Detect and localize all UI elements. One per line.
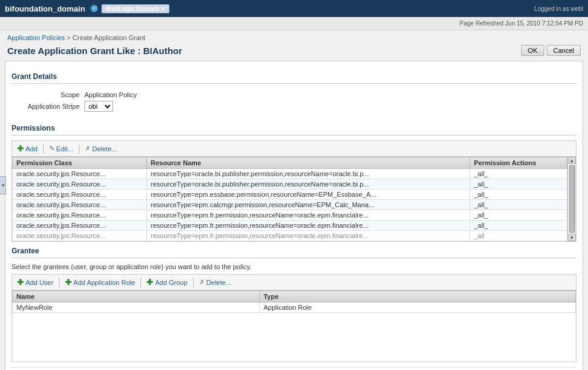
delete-permission-button[interactable]: ✗ Delete... xyxy=(83,144,120,153)
delete-grantee-button[interactable]: ✗ Delete... xyxy=(197,278,234,287)
permission-class-cell: oracle.security.jps.Resource... xyxy=(13,221,147,231)
permission-actions-cell: _all_ xyxy=(470,190,567,200)
scrollbar-up-arrow[interactable]: ▲ xyxy=(569,157,576,164)
col-name: Name xyxy=(13,291,260,303)
permission-class-cell: oracle.security.jps.Resource... xyxy=(13,231,147,241)
permissions-table-row[interactable]: oracle.security.jps.Resource... resource… xyxy=(13,231,567,241)
grantee-name-cell: MyNewRole xyxy=(13,303,260,313)
add-group-label: Add Group xyxy=(155,279,187,286)
permissions-table: Permission Class Resource Name Permissio… xyxy=(12,157,567,241)
permission-class-cell: oracle.security.jps.Resource... xyxy=(13,179,147,190)
page-title-row: Create Application Grant Like : BIAuthor… xyxy=(0,43,588,61)
resource-name-cell: resourceType=oracle.bi.publisher.permiss… xyxy=(147,179,470,190)
add-permission-plus-icon: ✚ xyxy=(17,144,24,153)
weblogic-domain-menu[interactable]: WebLogic Domain ▼ xyxy=(101,4,169,13)
add-role-label: Add Application Role xyxy=(74,279,135,286)
toolbar-sep-1 xyxy=(43,144,44,154)
delete-permission-x-icon: ✗ xyxy=(85,145,91,152)
permissions-table-row[interactable]: oracle.security.jps.Resource... resource… xyxy=(13,210,567,221)
col-resource-name: Resource Name xyxy=(147,157,470,169)
edit-permission-button[interactable]: ✎ Edit... xyxy=(47,144,76,153)
header-bar: bifoundation_domain i WebLogic Domain ▼ … xyxy=(0,0,588,17)
permission-class-cell: oracle.security.jps.Resource... xyxy=(13,210,147,221)
permissions-table-row[interactable]: oracle.security.jps.Resource... resource… xyxy=(13,190,567,200)
resource-name-cell: resourceType=oracle.bi.publisher.permiss… xyxy=(147,169,470,179)
permissions-table-wrapper: Permission Class Resource Name Permissio… xyxy=(12,156,576,242)
permissions-table-body: oracle.security.jps.Resource... resource… xyxy=(13,169,567,241)
permissions-toolbar: ✚ Add ✎ Edit... ✗ Delete... xyxy=(12,140,576,156)
breadcrumb-parent-link[interactable]: Application Policies xyxy=(7,34,65,41)
add-permission-label: Add xyxy=(26,145,38,152)
add-application-role-button[interactable]: ✚ Add Application Role xyxy=(63,277,138,287)
permissions-scrollbar[interactable]: ▲ ▼ xyxy=(567,157,576,241)
stripe-label: Application Stripe xyxy=(12,103,84,110)
scrollbar-down-arrow[interactable]: ▼ xyxy=(569,234,576,241)
resource-name-cell: resourceType=epm.fr.permission,resourceN… xyxy=(147,210,470,221)
resource-name-cell: resourceType=epm.calcmgr.permission,reso… xyxy=(147,200,470,210)
grantee-empty-area xyxy=(12,313,576,361)
weblogic-dropdown-arrow: ▼ xyxy=(160,6,165,12)
grantee-section: Grantee Select the grantees (user, group… xyxy=(12,247,576,362)
grantee-description: Select the grantees (user, group or appl… xyxy=(12,263,576,270)
add-group-plus-icon: ✚ xyxy=(146,278,153,287)
cancel-button[interactable]: Cancel xyxy=(547,45,581,56)
expand-arrow: ◄ xyxy=(1,182,5,188)
permission-actions-cell: _all_ xyxy=(470,221,567,231)
permissions-table-row[interactable]: oracle.security.jps.Resource... resource… xyxy=(13,179,567,190)
ok-button[interactable]: OK xyxy=(521,45,544,56)
logged-in-text: Logged in as webl xyxy=(534,5,583,12)
permission-class-cell: oracle.security.jps.Resource... xyxy=(13,200,147,210)
grantee-table-header-row: Name Type xyxy=(13,291,576,303)
permission-actions-cell: _all_ xyxy=(470,179,567,190)
refresh-text: Page Refreshed Jun 15, 2010 7:12:54 PM P… xyxy=(460,20,583,27)
permission-class-cell: oracle.security.jps.Resource... xyxy=(13,169,147,179)
permissions-table-row[interactable]: oracle.security.jps.Resource... resource… xyxy=(13,221,567,231)
grantee-sep-3 xyxy=(193,278,194,287)
add-user-plus-icon: ✚ xyxy=(17,278,24,287)
grantee-table: Name Type MyNewRole Application Role xyxy=(12,290,576,313)
toolbar-sep-2 xyxy=(79,144,80,154)
main-content: Grant Details Scope Application Policy A… xyxy=(5,61,583,370)
add-user-label: Add User xyxy=(26,279,53,286)
add-role-plus-icon: ✚ xyxy=(65,278,72,287)
grantee-toolbar: ✚ Add User ✚ Add Application Role ✚ Add … xyxy=(12,274,576,290)
scope-value: Application Policy xyxy=(84,91,137,98)
stripe-select[interactable]: obi obi2 xyxy=(84,101,113,112)
breadcrumb: Application Policies > Create Applicatio… xyxy=(0,30,588,43)
delete-grantee-x-icon: ✗ xyxy=(199,278,205,286)
add-permission-button[interactable]: ✚ Add xyxy=(15,143,40,154)
permission-actions-cell: _all_ xyxy=(470,200,567,210)
title-buttons: OK Cancel xyxy=(521,45,581,56)
tip-section: i TIP Multiple grantees in a grant will … xyxy=(12,367,576,370)
edit-permission-label: Edit... xyxy=(56,145,74,152)
breadcrumb-separator: > xyxy=(67,34,72,41)
permissions-table-row[interactable]: oracle.security.jps.Resource... resource… xyxy=(13,169,567,179)
stripe-value: obi obi2 xyxy=(84,101,113,112)
add-user-button[interactable]: ✚ Add User xyxy=(15,277,56,287)
permissions-header: Permissions xyxy=(12,124,576,135)
add-group-button[interactable]: ✚ Add Group xyxy=(144,277,190,287)
resource-name-cell: resourceType=epm.fr.permission,resourceN… xyxy=(147,231,470,241)
weblogic-label: WebLogic Domain xyxy=(106,5,159,12)
permissions-table-header-row: Permission Class Resource Name Permissio… xyxy=(13,157,567,169)
col-type: Type xyxy=(259,291,575,303)
grantee-table-row[interactable]: MyNewRole Application Role xyxy=(13,303,576,313)
refresh-info: Page Refreshed Jun 15, 2010 7:12:54 PM P… xyxy=(460,20,583,27)
resource-name-cell: resourceType=epm.fr.permission,resourceN… xyxy=(147,221,470,231)
stripe-field-row: Application Stripe obi obi2 xyxy=(12,101,576,112)
permissions-table-row[interactable]: oracle.security.jps.Resource... resource… xyxy=(13,200,567,210)
resource-name-cell: resourceType=epm.essbase.permission,reso… xyxy=(147,190,470,200)
col-permission-class: Permission Class xyxy=(13,157,147,169)
header-left: bifoundation_domain i WebLogic Domain ▼ xyxy=(5,4,169,13)
domain-info-icon[interactable]: i xyxy=(91,5,98,12)
grantee-sep-1 xyxy=(59,278,60,287)
grant-details-header: Grant Details xyxy=(12,72,576,84)
expand-panel-handle[interactable]: ◄ xyxy=(0,176,6,194)
scope-label: Scope xyxy=(12,91,84,98)
grant-details: Scope Application Policy Application Str… xyxy=(12,89,576,119)
scrollbar-thumb[interactable] xyxy=(569,165,575,233)
delete-grantee-label: Delete... xyxy=(207,279,231,286)
grantee-header: Grantee xyxy=(12,247,576,258)
domain-title: bifoundation_domain xyxy=(5,4,85,13)
grantee-type-cell: Application Role xyxy=(259,303,575,313)
